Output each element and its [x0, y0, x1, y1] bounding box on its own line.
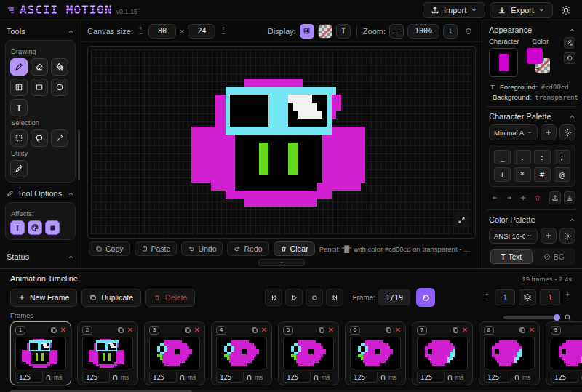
- palette-character-button[interactable]: +: [494, 167, 511, 182]
- paste-button[interactable]: Paste: [135, 241, 178, 256]
- frame-thumbnail[interactable]: [216, 337, 267, 369]
- frame-duration-input[interactable]: 125: [350, 372, 378, 383]
- rect-fill-tool-button[interactable]: [10, 79, 28, 96]
- affects-color-toggle[interactable]: [28, 220, 42, 235]
- swap-colors-button[interactable]: [564, 37, 575, 49]
- onion-next-stepper[interactable]: +−: [564, 292, 572, 303]
- duplicate-frame-icon[interactable]: [184, 327, 191, 334]
- frame-card[interactable]: 6 ✕ 125 ms: [345, 321, 406, 385]
- affects-char-toggle[interactable]: T: [10, 220, 25, 235]
- redo-button[interactable]: Redo: [227, 241, 268, 256]
- palette-character-button[interactable]: *: [514, 167, 530, 182]
- palette-character-button[interactable]: .: [514, 150, 530, 164]
- frame-thumbnail[interactable]: [350, 337, 401, 369]
- delete-character-button[interactable]: [532, 191, 543, 204]
- frame-card[interactable]: 9 ✕ 125 ms: [546, 321, 582, 385]
- drawing-canvas[interactable]: [87, 46, 476, 239]
- canvas-width-stepper[interactable]: +−: [137, 26, 145, 36]
- import-palette-button[interactable]: [564, 191, 575, 204]
- palette-character-button[interactable]: #: [534, 167, 551, 182]
- affects-bg-toggle[interactable]: [45, 220, 60, 235]
- onion-prev-stepper[interactable]: +−: [483, 292, 491, 303]
- rect-select-tool-button[interactable]: [10, 129, 28, 147]
- timeline-collapse-handle[interactable]: [258, 259, 305, 266]
- stop-button[interactable]: [306, 289, 323, 306]
- duplicate-frame-button[interactable]: Duplicate: [81, 289, 141, 307]
- delete-frame-icon[interactable]: ✕: [261, 327, 267, 334]
- prev-character-button[interactable]: [489, 191, 501, 204]
- duplicate-frame-icon[interactable]: [452, 327, 459, 334]
- copy-button[interactable]: Copy: [89, 241, 130, 256]
- add-color-palette-button[interactable]: [541, 228, 557, 244]
- stepper-minus[interactable]: −: [483, 297, 491, 303]
- ellipse-tool-button[interactable]: [51, 79, 68, 96]
- zoom-in-button[interactable]: +: [443, 24, 458, 39]
- next-character-button[interactable]: [503, 191, 515, 204]
- frame-card[interactable]: 1 ✕ 125 ms: [10, 321, 71, 385]
- frame-card[interactable]: 2 ✕ 125 ms: [77, 321, 138, 385]
- palette-character-button[interactable]: ;: [554, 150, 570, 164]
- character-palette-settings-button[interactable]: [559, 124, 575, 140]
- skip-to-start-button[interactable]: [265, 289, 282, 306]
- onion-skin-button[interactable]: [519, 289, 536, 305]
- frame-duration-input[interactable]: 125: [551, 372, 578, 383]
- frame-thumbnail[interactable]: [283, 337, 334, 369]
- frame-duration-input[interactable]: 125: [283, 372, 311, 383]
- duplicate-frame-icon[interactable]: [117, 327, 124, 334]
- slider-knob[interactable]: [554, 314, 560, 321]
- delete-frame-button[interactable]: Delete: [146, 289, 195, 307]
- character-palette-select[interactable]: Minimal ASC: [489, 124, 538, 140]
- duplicate-frame-icon[interactable]: [50, 327, 57, 334]
- frame-thumbnail[interactable]: [417, 337, 468, 369]
- frame-size-slider[interactable]: [503, 316, 560, 319]
- frame-duration-input[interactable]: 125: [484, 372, 511, 383]
- frame-thumbnail[interactable]: [149, 337, 200, 369]
- delete-frame-icon[interactable]: ✕: [328, 327, 334, 334]
- character-palette-section-header[interactable]: Character Palette: [489, 112, 575, 122]
- tool-options-section-header[interactable]: Tool Options: [5, 187, 76, 200]
- sidebar-scrollbar[interactable]: [78, 129, 80, 180]
- frame-card[interactable]: 8 ✕ 125 ms: [479, 321, 540, 385]
- delete-frame-icon[interactable]: ✕: [194, 327, 200, 334]
- add-character-button[interactable]: [518, 191, 530, 204]
- skip-to-end-button[interactable]: [326, 289, 343, 306]
- frame-duration-input[interactable]: 125: [82, 372, 110, 383]
- foreground-color-swatch[interactable]: [527, 48, 543, 64]
- text-color-tab[interactable]: T Text: [490, 249, 533, 264]
- duplicate-frame-icon[interactable]: [519, 327, 526, 334]
- ascii-art-drawing[interactable]: [167, 79, 399, 207]
- frame-duration-input[interactable]: 125: [417, 372, 445, 383]
- duplicate-frame-icon[interactable]: [251, 327, 258, 334]
- new-frame-button[interactable]: New Frame: [10, 289, 77, 307]
- frame-card[interactable]: 4 ✕ 125 ms: [211, 321, 272, 385]
- palette-character-button[interactable]: _: [494, 150, 511, 164]
- stepper-minus[interactable]: −: [219, 31, 227, 36]
- frame-thumbnail[interactable]: [15, 337, 66, 369]
- delete-frame-icon[interactable]: ✕: [395, 327, 401, 334]
- pencil-tool-button[interactable]: [10, 58, 28, 76]
- fill-tool-button[interactable]: [51, 58, 68, 76]
- delete-frame-icon[interactable]: ✕: [60, 327, 66, 334]
- reset-colors-button[interactable]: [564, 52, 575, 64]
- zoom-out-button[interactable]: −: [389, 24, 404, 39]
- frame-duration-input[interactable]: 125: [216, 372, 244, 383]
- stepper-minus[interactable]: −: [137, 31, 145, 36]
- frame-thumbnail[interactable]: [484, 337, 535, 369]
- text-tool-button[interactable]: T: [10, 99, 28, 116]
- character-preview-swatch[interactable]: [489, 48, 518, 77]
- palette-character-button[interactable]: @: [554, 167, 570, 182]
- color-palette-settings-button[interactable]: [559, 228, 575, 244]
- undo-button[interactable]: Undo: [181, 241, 223, 256]
- frame-card[interactable]: 3 ✕ 125 ms: [144, 321, 205, 385]
- color-palette-select[interactable]: ANSI 16-Col: [489, 228, 538, 244]
- eyedropper-tool-button[interactable]: [10, 160, 28, 177]
- delete-frame-icon[interactable]: ✕: [127, 327, 133, 334]
- frame-thumbnail[interactable]: [551, 337, 582, 369]
- lasso-tool-button[interactable]: [31, 129, 48, 147]
- canvas-height-input[interactable]: 24: [188, 24, 215, 39]
- frame-thumbnail[interactable]: [82, 337, 133, 369]
- loop-toggle-button[interactable]: [416, 288, 435, 307]
- status-section-header[interactable]: Status: [5, 250, 76, 263]
- play-button[interactable]: [285, 289, 303, 306]
- palette-character-button[interactable]: :: [534, 150, 551, 164]
